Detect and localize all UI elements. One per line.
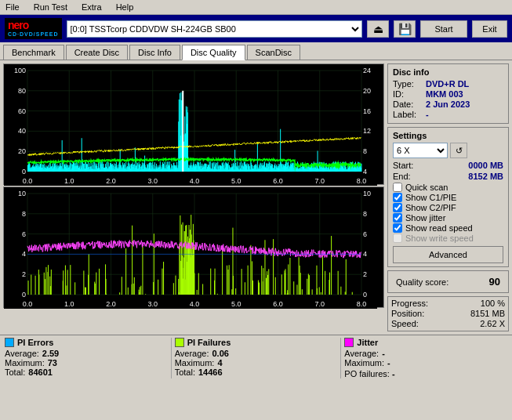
show-write-speed-checkbox[interactable] bbox=[393, 234, 402, 243]
start-mb-row: Start: 0000 MB bbox=[393, 161, 503, 170]
tabs-bar: Benchmark Create Disc Disc Info Disc Qua… bbox=[0, 42, 512, 60]
disc-info-panel: Disc info Type: DVD+R DL ID: MKM 003 Dat… bbox=[387, 63, 509, 124]
po-failures-row: PO failures: - bbox=[344, 369, 507, 378]
settings-title: Settings bbox=[393, 131, 503, 140]
pi-failures-max-value: 4 bbox=[217, 358, 222, 368]
disc-type-row: Type: DVD+R DL bbox=[393, 79, 503, 89]
pi-errors-avg: Average: 2.59 bbox=[5, 349, 168, 358]
nero-text: nero bbox=[8, 20, 59, 31]
jitter-color bbox=[344, 338, 354, 347]
disc-id-row: ID: MKM 003 bbox=[393, 89, 503, 99]
eject-button[interactable]: ⏏ bbox=[367, 20, 389, 38]
position-row: Position: 8151 MB bbox=[391, 309, 505, 318]
quality-score-label: Quality score: bbox=[396, 277, 448, 287]
pi-failures-total-label: Total: bbox=[175, 368, 195, 377]
date-label: Date: bbox=[393, 100, 423, 109]
show-c1pie-checkbox[interactable] bbox=[393, 193, 402, 202]
show-write-speed-label: Show write speed bbox=[405, 234, 474, 243]
divider-2 bbox=[340, 338, 341, 378]
po-failures-label: PO failures: bbox=[344, 369, 389, 378]
quick-scan-label: Quick scan bbox=[405, 183, 448, 192]
show-c1pie-label: Show C1/PIE bbox=[405, 193, 456, 202]
show-read-speed-checkbox[interactable] bbox=[393, 223, 402, 233]
disc-info-title: Disc info bbox=[393, 67, 503, 77]
type-value: DVD+R DL bbox=[426, 79, 469, 89]
quality-score-panel: Quality score: 90 bbox=[387, 270, 509, 293]
pi-failures-max-label: Maximum: bbox=[175, 358, 215, 368]
disc-label-value: - bbox=[426, 110, 429, 119]
save-button[interactable]: 💾 bbox=[394, 20, 416, 38]
progress-panel: Progress: 100 % Position: 8151 MB Speed:… bbox=[387, 296, 509, 331]
exit-button[interactable]: Exit bbox=[472, 20, 507, 38]
speed-label: Speed: bbox=[391, 319, 419, 328]
jitter-group: Jitter Average: - Maximum: - PO failures… bbox=[344, 338, 507, 378]
menu-file[interactable]: File bbox=[3, 2, 22, 13]
menu-help[interactable]: Help bbox=[114, 2, 136, 13]
main-content: Disc info Type: DVD+R DL ID: MKM 003 Dat… bbox=[0, 60, 512, 335]
pi-errors-avg-value: 2.59 bbox=[42, 349, 59, 358]
divider-1 bbox=[171, 338, 172, 378]
end-mb-label: End: bbox=[393, 172, 411, 181]
disc-label-row: Label: - bbox=[393, 110, 503, 119]
pi-errors-max-value: 73 bbox=[48, 358, 57, 368]
pi-failures-avg-label: Average: bbox=[175, 349, 209, 358]
header: nero CD·DVD/SPEED [0:0] TSSTcorp CDDVDW … bbox=[0, 15, 512, 42]
top-chart bbox=[3, 63, 384, 185]
pi-failures-title: PI Failures bbox=[187, 338, 231, 347]
type-label: Type: bbox=[393, 79, 423, 89]
jitter-avg: Average: - bbox=[344, 349, 507, 358]
show-jitter-label: Show jitter bbox=[405, 213, 445, 223]
tab-create-disc[interactable]: Create Disc bbox=[66, 45, 128, 60]
jitter-header: Jitter bbox=[344, 338, 507, 347]
start-button[interactable]: Start bbox=[420, 20, 467, 38]
speed-value: 2.62 X bbox=[480, 319, 505, 328]
jitter-row: Show jitter bbox=[393, 213, 503, 223]
pi-errors-total-value: 84601 bbox=[28, 368, 53, 377]
jitter-avg-label: Average: bbox=[344, 349, 379, 358]
pi-failures-color bbox=[175, 338, 184, 347]
write-speed-row: Show write speed bbox=[393, 234, 503, 243]
quality-score-value: 90 bbox=[489, 276, 500, 288]
bottom-chart bbox=[3, 186, 384, 308]
drive-selector[interactable]: [0:0] TSSTcorp CDDVDW SH-224GB SB00 bbox=[67, 20, 362, 38]
tab-disc-info[interactable]: Disc Info bbox=[129, 45, 180, 60]
pi-errors-total-label: Total: bbox=[5, 368, 25, 377]
pi-failures-avg-value: 0.06 bbox=[212, 349, 229, 358]
right-panel: Disc info Type: DVD+R DL ID: MKM 003 Dat… bbox=[387, 63, 509, 331]
pi-failures-total: Total: 14466 bbox=[175, 368, 338, 377]
tab-scandisc[interactable]: ScanDisc bbox=[247, 45, 300, 60]
tab-benchmark[interactable]: Benchmark bbox=[3, 45, 64, 60]
end-mb-row: End: 8152 MB bbox=[393, 172, 503, 181]
menu-extra[interactable]: Extra bbox=[79, 2, 104, 13]
jitter-max-label: Maximum: bbox=[344, 358, 384, 368]
show-jitter-checkbox[interactable] bbox=[393, 213, 402, 223]
c2pif-row: Show C2/PIF bbox=[393, 203, 503, 212]
id-label: ID: bbox=[393, 89, 423, 99]
pi-errors-max-label: Maximum: bbox=[5, 358, 45, 368]
disc-date-row: Date: 2 Jun 2023 bbox=[393, 100, 503, 109]
disc-label-label: Label: bbox=[393, 110, 423, 119]
progress-value: 100 % bbox=[481, 299, 505, 308]
speed-refresh-button[interactable]: ↺ bbox=[450, 143, 467, 158]
menubar: File Run Test Extra Help bbox=[0, 0, 512, 15]
charts-area bbox=[3, 63, 384, 331]
speed-row: 6 X ↺ bbox=[393, 143, 503, 158]
c1pie-row: Show C1/PIE bbox=[393, 193, 503, 202]
menu-run-test[interactable]: Run Test bbox=[31, 2, 70, 13]
date-value: 2 Jun 2023 bbox=[426, 100, 470, 109]
pi-errors-title: PI Errors bbox=[17, 338, 53, 347]
show-c2pif-checkbox[interactable] bbox=[393, 203, 402, 212]
advanced-button[interactable]: Advanced bbox=[393, 246, 503, 263]
end-mb-value: 8152 MB bbox=[468, 172, 503, 181]
speed-selector[interactable]: 6 X bbox=[393, 143, 448, 158]
quick-scan-checkbox[interactable] bbox=[393, 183, 402, 192]
show-read-speed-label: Show read speed bbox=[405, 223, 473, 233]
tab-disc-quality[interactable]: Disc Quality bbox=[182, 45, 245, 60]
pi-failures-group: PI Failures Average: 0.06 Maximum: 4 Tot… bbox=[175, 338, 338, 378]
pi-failures-avg: Average: 0.06 bbox=[175, 349, 338, 358]
pi-failures-max: Maximum: 4 bbox=[175, 358, 338, 368]
pi-failures-total-value: 14466 bbox=[198, 368, 223, 377]
po-failures-value: - bbox=[392, 369, 395, 378]
pi-errors-group: PI Errors Average: 2.59 Maximum: 73 Tota… bbox=[5, 338, 168, 378]
quick-scan-row: Quick scan bbox=[393, 183, 503, 192]
